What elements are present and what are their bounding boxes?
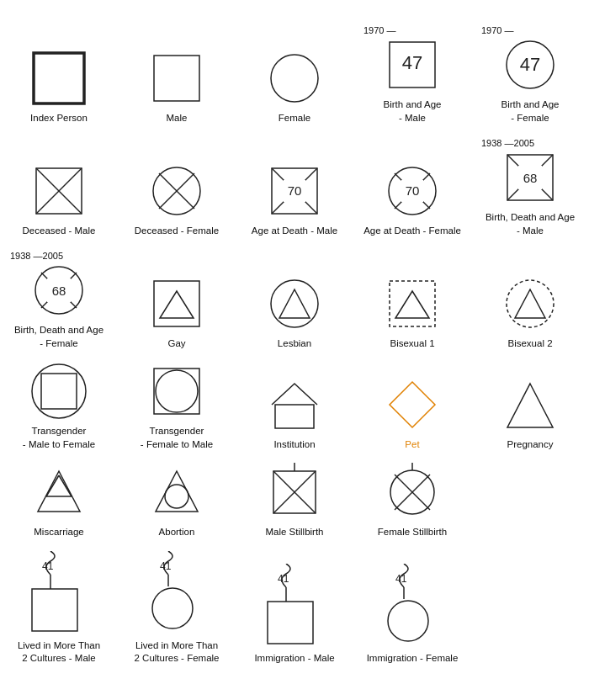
label-male-stillbirth: Male Stillbirth	[265, 526, 323, 539]
svg-rect-33	[154, 281, 199, 326]
label-institution: Institution	[273, 438, 315, 452]
symbol-bisexual1	[383, 274, 442, 333]
symbol-birth-age-male: 47	[383, 35, 442, 94]
symbol-trans-m2f	[29, 362, 88, 421]
symbol-miscarriage	[29, 463, 88, 522]
cell-female: Female	[236, 20, 353, 126]
svg-marker-48	[38, 471, 80, 512]
symbol-deceased-male	[29, 162, 88, 220]
cell-lived-more-male: 41 Lived in More Than2 Cultures - Male	[0, 548, 118, 667]
symbol-male	[147, 49, 206, 108]
label-trans-f2m: Transgender- Female to Male	[141, 425, 213, 451]
cell-female-stillbirth: Female Stillbirth	[353, 459, 471, 541]
label-deceased-female: Deceased - Female	[135, 225, 219, 238]
label-miscarriage: Miscarriage	[34, 526, 83, 539]
cell-age-death-female: 70Age at Death - Female	[353, 133, 471, 239]
label-birth-age-male: Birth and Age- Male	[383, 98, 441, 125]
cell-birth-death-female: 1938 —200568Birth, Death and Age- Female	[0, 246, 118, 352]
note-birth-age-female: 1970 —	[475, 25, 514, 35]
cell-miscarriage: Miscarriage	[0, 459, 118, 541]
svg-marker-40	[515, 289, 545, 318]
svg-text:47: 47	[402, 52, 422, 73]
symbol-pet	[383, 375, 442, 434]
label-gay: Gay	[167, 337, 185, 351]
symbol-bisexual2	[501, 274, 560, 333]
svg-marker-52	[156, 471, 198, 512]
cell-abortion: Abortion	[118, 459, 236, 541]
svg-text:70: 70	[288, 183, 302, 198]
svg-rect-0	[34, 53, 84, 103]
page-title	[0, 0, 589, 20]
cell-birth-age-male: 1970 —47Birth and Age- Male	[353, 20, 471, 126]
svg-rect-43	[154, 369, 199, 414]
cell-pet: Pet	[353, 358, 471, 453]
svg-text:70: 70	[406, 183, 420, 198]
cell-bisexual1: Bisexual 1	[353, 246, 471, 352]
empty-cell	[471, 459, 589, 541]
svg-marker-46	[390, 382, 435, 427]
cell-index-person: Index Person	[0, 20, 118, 126]
symbol-lived-more-male: 41	[25, 551, 93, 635]
cell-male-stillbirth: Male Stillbirth	[236, 459, 353, 541]
cell-pregnancy: Pregnancy	[471, 358, 589, 453]
svg-marker-36	[279, 289, 310, 318]
svg-line-51	[59, 475, 72, 496]
label-age-death-female: Age at Death - Female	[363, 225, 461, 238]
svg-rect-45	[275, 405, 314, 428]
symbol-trans-f2m	[147, 362, 206, 421]
svg-rect-70	[268, 602, 313, 644]
svg-line-50	[46, 475, 59, 496]
symbol-gay	[147, 274, 206, 333]
label-lived-more-female: Lived in More Than2 Cultures - Female	[135, 639, 220, 666]
svg-text:47: 47	[520, 54, 540, 75]
cell-lived-more-female: 41 Lived in More Than2 Cultures - Female	[118, 548, 236, 667]
label-abortion: Abortion	[159, 526, 195, 539]
cell-trans-m2f: Transgender- Male to Female	[0, 358, 118, 453]
svg-point-39	[507, 280, 554, 327]
svg-point-73	[388, 601, 428, 641]
svg-point-2	[271, 55, 318, 102]
symbol-pregnancy	[501, 375, 560, 434]
symbol-lived-more-female: 41	[143, 551, 210, 635]
cell-male: Male	[118, 20, 236, 126]
svg-point-35	[271, 280, 318, 327]
note-birth-age-male: 1970 —	[357, 25, 396, 35]
label-index-person: Index Person	[30, 112, 88, 125]
label-deceased-male: Deceased - Male	[23, 225, 96, 238]
svg-rect-1	[154, 56, 199, 101]
symbol-index-person	[29, 49, 88, 108]
svg-marker-38	[395, 291, 429, 318]
svg-marker-34	[160, 291, 194, 318]
label-female: Female	[279, 112, 310, 125]
cell-immigration-male: 41 Immigration - Male	[236, 548, 353, 667]
cell-deceased-male: Deceased - Male	[0, 133, 118, 239]
symbol-birth-age-female: 47	[501, 35, 560, 94]
cell-age-death-male: 70Age at Death - Male	[236, 133, 353, 239]
cell-birth-death-male: 1938 —200568Birth, Death and Age- Male	[471, 133, 589, 239]
symbol-deceased-female	[147, 162, 206, 220]
label-immigration-female: Immigration - Female	[367, 652, 459, 666]
symbol-institution	[265, 375, 324, 434]
symbol-lesbian	[265, 274, 324, 333]
cell-birth-age-female: 1970 —47Birth and Age- Female	[471, 20, 589, 126]
note-birth-death-female: 1938 —2005	[3, 251, 63, 261]
svg-rect-42	[41, 374, 77, 409]
symbol-birth-death-female: 68	[29, 261, 88, 320]
cell-gay: Gay	[118, 246, 236, 352]
symbol-abortion	[147, 463, 206, 522]
symbols-grid: Index PersonMaleFemale1970 —47Birth and …	[0, 20, 589, 681]
cell-immigration-female: 41 Immigration - Female	[353, 548, 471, 667]
label-trans-m2f: Transgender- Male to Female	[23, 425, 95, 451]
cell-lesbian: Lesbian	[236, 246, 353, 352]
label-male: Male	[167, 112, 188, 125]
cell-institution: Institution	[236, 358, 353, 453]
label-lived-more-male: Lived in More Than2 Cultures - Male	[18, 639, 100, 666]
symbol-immigration-male: 41	[261, 564, 328, 648]
symbol-immigration-female: 41	[379, 564, 446, 648]
cell-bisexual2: Bisexual 2	[471, 246, 589, 352]
label-birth-death-male: Birth, Death and Age- Male	[486, 211, 575, 237]
svg-text:68: 68	[52, 284, 66, 298]
svg-point-41	[32, 364, 86, 418]
note-birth-death-male: 1938 —2005	[475, 138, 534, 148]
cell-trans-f2m: Transgender- Female to Male	[118, 358, 236, 453]
